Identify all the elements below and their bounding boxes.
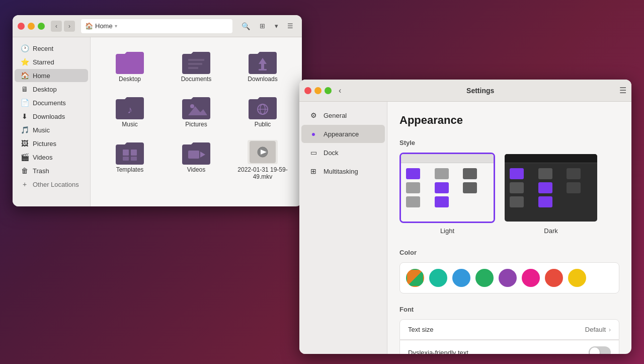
folder-item-desktop[interactable]: Desktop: [99, 45, 161, 87]
grid-view-button[interactable]: ⊞: [256, 20, 269, 33]
file-manager-titlebar: ‹ › 🏠 Home ▾ 🔍 ⊞ ▾ ☰: [13, 15, 302, 37]
dark-style-label: Dark: [544, 227, 557, 235]
settings-close-button[interactable]: [304, 87, 311, 94]
folder-item-templates[interactable]: Templates: [99, 136, 161, 184]
dark-preview-icons: [505, 163, 597, 212]
dyslexia-toggle[interactable]: [589, 346, 611, 354]
sidebar-item-trash[interactable]: 🗑 Trash: [15, 164, 88, 177]
file-manager-minimize-button[interactable]: [28, 23, 35, 30]
svg-rect-11: [123, 150, 129, 156]
documents-icon: 📄: [21, 99, 29, 107]
home-folder-icon: 🏠: [21, 71, 29, 80]
dark-preview-icon-7: [510, 196, 524, 207]
appearance-content: Appearance Style: [387, 102, 631, 354]
folder-item-pictures[interactable]: Pictures: [165, 91, 227, 132]
folder-item-music[interactable]: ♪ Music: [99, 91, 161, 132]
folder-item-downloads[interactable]: Downloads: [231, 45, 294, 87]
list-view-button[interactable]: ☰: [284, 20, 297, 33]
appearance-heading: Appearance: [399, 114, 619, 127]
file-item-mkv[interactable]: 2022-01-31 19-59-49.mkv: [231, 136, 294, 184]
file-manager-sidebar: 🕐 Recent ⭐ Starred 🏠 Home 🖥 Desktop 📄 Do…: [13, 37, 91, 206]
sidebar-label-desktop: Desktop: [33, 86, 57, 93]
color-swatch-green[interactable]: [475, 269, 494, 287]
sidebar-item-desktop[interactable]: 🖥 Desktop: [15, 83, 88, 96]
svg-rect-0: [188, 59, 204, 61]
light-preview-inner: [401, 154, 494, 222]
public-folder-icon: [248, 95, 278, 121]
desktop-folder-label: Desktop: [119, 76, 141, 83]
sidebar-item-pictures[interactable]: 🖼 Pictures: [15, 137, 88, 150]
folder-item-documents[interactable]: Documents: [165, 45, 227, 87]
style-section: Style: [399, 139, 619, 235]
color-swatch-red[interactable]: [545, 269, 563, 287]
sidebar-item-videos[interactable]: 🎬 Videos: [15, 151, 88, 164]
settings-maximize-button[interactable]: [325, 87, 332, 94]
sidebar-item-recent[interactable]: 🕐 Recent: [15, 42, 88, 55]
sidebar-label-videos: Videos: [33, 154, 53, 161]
folder-item-public[interactable]: Public: [231, 91, 294, 132]
font-section-heading: Font: [399, 306, 619, 313]
style-section-heading: Style: [399, 139, 619, 147]
svg-text:♪: ♪: [127, 104, 132, 115]
settings-nav-appearance[interactable]: ● Appearance: [301, 125, 385, 143]
dark-preview-taskbar: [505, 154, 597, 163]
view-options-button[interactable]: ▾: [270, 20, 283, 33]
sidebar-label-starred: Starred: [33, 58, 54, 66]
settings-menu-button[interactable]: ☰: [619, 86, 626, 95]
location-bar[interactable]: 🏠 Home ▾: [81, 19, 232, 33]
sidebar-label-home: Home: [33, 72, 50, 80]
text-size-row[interactable]: Text size Default ›: [399, 319, 619, 340]
dark-style-option[interactable]: Dark: [503, 153, 599, 235]
settings-nav-multitasking-label: Multitasking: [324, 168, 358, 175]
font-options: Text size Default › Dyslexia-friendly te…: [399, 319, 619, 354]
color-swatch-orange[interactable]: [406, 269, 424, 287]
home-icon: 🏠: [85, 22, 93, 30]
back-button[interactable]: ‹: [51, 21, 62, 32]
sidebar-item-documents[interactable]: 📄 Documents: [15, 96, 88, 109]
templates-folder-icon: [115, 140, 145, 166]
style-grid: Light: [399, 153, 619, 235]
templates-folder-label: Templates: [116, 166, 144, 173]
add-location-icon: +: [21, 180, 29, 188]
appearance-settings-icon: ●: [308, 129, 318, 139]
dark-preview-icon-6: [567, 182, 581, 193]
public-folder-label: Public: [255, 121, 271, 128]
sidebar-item-music[interactable]: 🎵 Music: [15, 123, 88, 136]
color-swatch-teal[interactable]: [429, 269, 447, 287]
dyslexia-row[interactable]: Dyslexia-friendly text: [399, 340, 619, 354]
color-swatch-purple[interactable]: [499, 269, 517, 287]
color-section-heading: Color: [399, 249, 619, 256]
settings-minimize-button[interactable]: [314, 87, 321, 94]
sidebar-item-downloads[interactable]: ⬇ Downloads: [15, 110, 88, 123]
file-manager-content: Desktop Documents Downloads: [91, 37, 302, 206]
pictures-folder-icon: [181, 95, 211, 121]
settings-nav-general-label: General: [324, 112, 347, 119]
dark-preview-icon-5: [538, 182, 552, 193]
text-size-label: Text size: [408, 326, 434, 333]
svg-rect-2: [188, 67, 198, 69]
dark-style-preview: [503, 153, 599, 223]
color-swatches: [399, 262, 619, 294]
light-style-option[interactable]: Light: [399, 153, 495, 235]
search-button[interactable]: 🔍: [238, 19, 253, 33]
settings-nav-dock[interactable]: ▭ Dock: [301, 143, 385, 162]
file-manager-close-button[interactable]: [18, 23, 25, 30]
sidebar-label-pictures: Pictures: [33, 140, 56, 148]
sidebar-item-home[interactable]: 🏠 Home: [15, 69, 88, 82]
sidebar-item-starred[interactable]: ⭐ Starred: [15, 55, 88, 68]
pictures-folder-label: Pictures: [185, 121, 207, 128]
file-manager-body: 🕐 Recent ⭐ Starred 🏠 Home 🖥 Desktop 📄 Do…: [13, 37, 302, 206]
color-swatch-yellow[interactable]: [568, 269, 586, 287]
settings-back-button[interactable]: ‹: [339, 86, 341, 95]
sidebar-item-other-locations[interactable]: + Other Locations: [15, 178, 88, 191]
forward-button[interactable]: ›: [64, 21, 75, 32]
settings-nav-multitasking[interactable]: ⊞ Multitasking: [301, 162, 385, 180]
folder-item-videos[interactable]: Videos: [165, 136, 227, 184]
color-swatch-pink[interactable]: [522, 269, 540, 287]
preview-icon-2: [435, 168, 449, 179]
location-label: Home: [95, 22, 113, 30]
dark-preview-icon-3: [567, 168, 581, 179]
file-manager-maximize-button[interactable]: [38, 23, 45, 30]
settings-nav-general[interactable]: ⚙ General: [301, 106, 385, 124]
color-swatch-blue[interactable]: [452, 269, 470, 287]
